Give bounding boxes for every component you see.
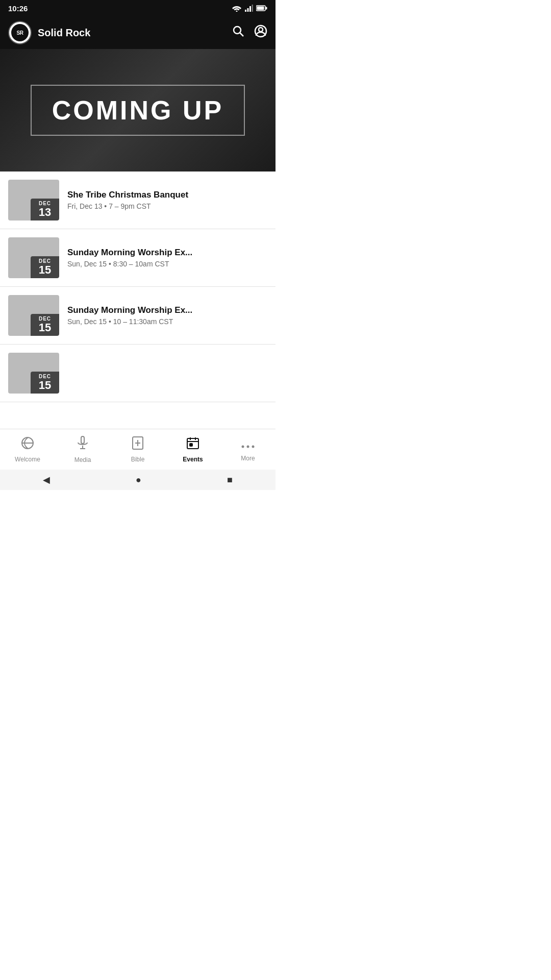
nav-welcome[interactable]: Welcome: [0, 436, 55, 463]
media-icon: [76, 435, 89, 454]
svg-rect-4: [252, 5, 254, 12]
nav-bible[interactable]: Bible: [110, 436, 165, 463]
svg-point-11: [259, 28, 263, 32]
event-item-4[interactable]: DEC 15: [0, 345, 276, 402]
wifi-icon: [232, 5, 242, 12]
hero-banner: COMING UP: [0, 49, 276, 172]
svg-point-25: [252, 446, 255, 448]
events-list: DEC 13 She Tribe Christmas Banquet Fri, …: [0, 172, 276, 402]
content-scroll[interactable]: COMING UP DEC 13 She Tribe Christmas Ban…: [0, 49, 276, 429]
svg-point-23: [242, 446, 244, 448]
svg-rect-12: [81, 436, 84, 444]
svg-rect-3: [249, 6, 251, 12]
svg-point-0: [236, 11, 238, 12]
welcome-icon: [20, 436, 35, 454]
back-button[interactable]: ◀: [43, 474, 50, 485]
event-time-3: Sun, Dec 15 • 10 – 11:30am CST: [67, 317, 267, 326]
hero-title: COMING UP: [52, 95, 223, 125]
hero-title-box: COMING UP: [31, 85, 245, 136]
event-item-1[interactable]: DEC 13 She Tribe Christmas Banquet Fri, …: [0, 172, 276, 229]
event-day-3: 15: [35, 322, 55, 334]
profile-icon[interactable]: [254, 24, 267, 41]
system-nav: ◀ ● ■: [0, 470, 276, 490]
status-icons: [232, 5, 267, 12]
svg-rect-2: [247, 8, 249, 12]
event-time-1: Fri, Dec 13 • 7 – 9pm CST: [67, 202, 267, 210]
event-thumb-4: DEC 15: [8, 353, 59, 394]
more-icon: [241, 437, 255, 453]
event-item-3[interactable]: DEC 15 Sunday Morning Worship Ex... Sun,…: [0, 287, 276, 345]
svg-rect-22: [190, 444, 192, 446]
svg-rect-1: [245, 10, 246, 12]
events-label: Events: [183, 456, 203, 463]
event-info-2: Sunday Morning Worship Ex... Sun, Dec 15…: [67, 248, 267, 268]
event-title-1: She Tribe Christmas Banquet: [67, 190, 267, 200]
status-bar: 10:26: [0, 0, 276, 16]
home-button[interactable]: ●: [136, 475, 141, 485]
event-thumb-1: DEC 13: [8, 180, 59, 220]
bible-icon: [131, 436, 144, 454]
nav-media[interactable]: Media: [55, 435, 110, 463]
battery-icon: [256, 5, 267, 11]
brand-name: Solid Rock: [38, 27, 90, 39]
signal-icon: [245, 5, 253, 12]
nav-events[interactable]: Events: [165, 436, 220, 463]
event-info-4: [67, 372, 267, 374]
event-info-1: She Tribe Christmas Banquet Fri, Dec 13 …: [67, 190, 267, 210]
welcome-label: Welcome: [15, 456, 40, 463]
nav-brand: SR Solid Rock: [8, 21, 90, 44]
svg-rect-6: [257, 7, 264, 10]
event-day-4: 15: [35, 379, 55, 391]
event-date-badge-1: DEC 13: [31, 199, 59, 220]
bottom-nav: Welcome Media Bible: [0, 429, 276, 470]
top-nav: SR Solid Rock: [0, 16, 276, 49]
nav-actions: [232, 24, 267, 41]
more-label: More: [241, 455, 255, 462]
media-label: Media: [74, 456, 91, 463]
event-thumb-3: DEC 15: [8, 295, 59, 336]
svg-point-8: [234, 27, 241, 34]
event-title-3: Sunday Morning Worship Ex...: [67, 305, 267, 315]
event-time-2: Sun, Dec 15 • 8:30 – 10am CST: [67, 260, 267, 268]
svg-point-24: [247, 446, 249, 448]
svg-line-9: [240, 33, 244, 37]
event-date-badge-3: DEC 15: [31, 314, 59, 336]
status-time: 10:26: [8, 4, 28, 13]
event-day-2: 15: [35, 264, 55, 276]
brand-logo: SR: [8, 21, 32, 44]
event-title-2: Sunday Morning Worship Ex...: [67, 248, 267, 258]
event-date-badge-4: DEC 15: [31, 372, 59, 394]
bible-label: Bible: [131, 456, 145, 463]
svg-rect-7: [266, 7, 267, 10]
events-icon: [186, 436, 200, 454]
brand-initials: SR: [11, 24, 29, 41]
event-day-1: 13: [35, 206, 55, 218]
nav-more[interactable]: More: [220, 437, 276, 462]
event-date-badge-2: DEC 15: [31, 256, 59, 278]
search-icon[interactable]: [232, 24, 245, 41]
recents-button[interactable]: ■: [227, 475, 233, 485]
event-item-2[interactable]: DEC 15 Sunday Morning Worship Ex... Sun,…: [0, 229, 276, 287]
event-info-3: Sunday Morning Worship Ex... Sun, Dec 15…: [67, 305, 267, 326]
event-thumb-2: DEC 15: [8, 237, 59, 278]
svg-rect-18: [187, 438, 198, 449]
